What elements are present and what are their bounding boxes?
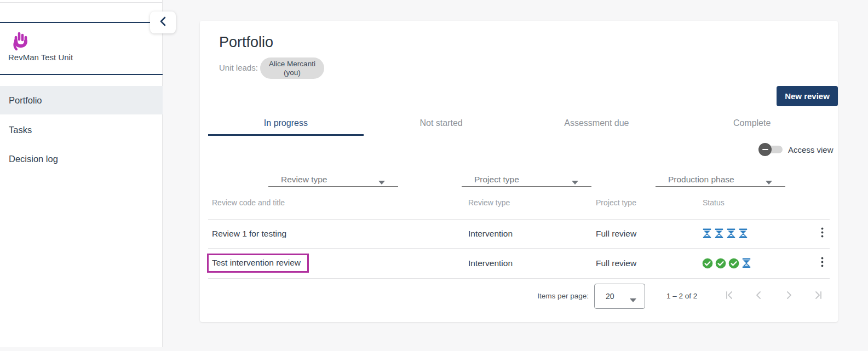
items-per-page-label: Items per page: [528,292,589,300]
revman-hand-logo-icon [12,31,28,53]
sidebar-collapse-button[interactable] [150,11,176,33]
project-type-cell: Full review [596,249,636,278]
chevron-down-icon [766,177,772,187]
review-title-link[interactable]: Review 1 for testing [212,219,286,248]
access-view-toggle[interactable] [758,142,784,157]
items-per-page-value: 20 [606,292,614,301]
table-row[interactable]: Test intervention review Intervention Fu… [200,249,838,278]
review-type-cell: Intervention [468,219,513,248]
chevron-down-icon [572,177,578,187]
hourglass-pending-icon [738,228,748,239]
check-done-icon [728,258,739,269]
chevron-right-icon [784,291,793,302]
toggle-dash-icon [762,149,768,150]
pagination-range: 1 – 2 of 2 [666,292,697,300]
sidebar-item-decision-log[interactable]: Decision log [0,145,163,173]
column-header-review-type: Review type [468,198,510,207]
sidebar-item-label: Decision log [9,154,58,164]
filter-label: Production phase [668,175,734,185]
hourglass-pending-icon [702,228,712,239]
tab-label: Complete [733,118,771,128]
table-divider [208,278,830,279]
next-page-button[interactable] [784,291,794,301]
new-review-button[interactable]: New review [777,86,838,106]
previous-page-button[interactable] [754,291,764,301]
sidebar-item-tasks[interactable]: Tasks [0,116,163,144]
status-icons [702,249,751,278]
unit-lead-name: Alice Mercanti [269,60,315,68]
tab-not-started[interactable]: Not started [364,115,519,135]
hourglass-pending-icon [714,228,724,239]
sidebar-item-portfolio[interactable]: Portfolio [0,86,163,114]
hourglass-pending-icon [726,228,736,239]
review-type-cell: Intervention [468,249,513,278]
status-icons [702,219,748,248]
project-type-cell: Full review [596,219,636,248]
row-menu-button[interactable] [814,219,830,248]
sidebar-navy-divider-bottom [0,74,163,75]
hourglass-pending-icon [741,258,751,268]
access-view-label: Access view [788,145,833,154]
first-page-icon [725,291,734,302]
column-header-project-type: Project type [596,198,636,207]
unit-leads-label: Unit leads: [219,63,258,72]
access-view-row: Access view [758,142,833,157]
tab-complete[interactable]: Complete [674,115,830,135]
unit-name: RevMan Test Unit [8,53,73,62]
chevron-down-icon [630,295,636,304]
sidebar-top-divider [0,2,163,3]
check-done-icon [702,258,713,269]
sidebar-navy-divider-top [0,22,152,23]
sidebar-item-label: Portfolio [9,95,42,106]
chevron-left-icon [755,291,763,302]
unit-lead-you: (you) [284,68,301,77]
tab-label: In progress [264,118,308,128]
tab-label: Not started [419,118,462,128]
row-menu-button[interactable] [814,249,830,278]
items-per-page-select[interactable]: 20 [594,284,645,309]
chevron-down-icon [378,177,385,187]
kebab-menu-icon [821,227,824,240]
review-title-link[interactable]: Test intervention review [212,249,309,278]
sidebar: RevMan Test Unit Portfolio Tasks Decisio… [0,0,163,347]
portfolio-card: Portfolio Unit leads: Alice Mercanti (yo… [200,21,838,322]
table-row[interactable]: Review 1 for testing Intervention Full r… [200,219,838,248]
filter-label: Review type [281,175,327,185]
review-title: Review 1 for testing [212,229,286,239]
kebab-menu-icon [821,257,824,269]
page: RevMan Test Unit Portfolio Tasks Decisio… [0,0,868,351]
sidebar-item-label: Tasks [9,125,32,135]
last-page-button[interactable] [813,291,823,301]
tab-in-progress[interactable]: In progress [208,115,364,135]
toggle-knob [758,143,772,156]
review-title: Test intervention review [207,254,309,273]
column-header-review-code: Review code and title [212,198,285,207]
filter-project-type[interactable]: Project type [462,172,591,187]
filter-production-phase[interactable]: Production phase [656,172,785,187]
status-tabs: In progress Not started Assessment due C… [208,115,830,135]
chevron-left-icon [159,16,167,28]
page-title: Portfolio [219,34,273,51]
filter-review-type[interactable]: Review type [268,172,398,187]
column-header-status: Status [703,198,725,207]
filter-label: Project type [474,175,519,185]
tab-assessment-due[interactable]: Assessment due [519,115,675,135]
tab-label: Assessment due [564,118,629,128]
first-page-button[interactable] [725,291,734,301]
check-done-icon [715,258,726,269]
last-page-icon [814,291,823,302]
unit-lead-chip[interactable]: Alice Mercanti (you) [260,57,324,79]
